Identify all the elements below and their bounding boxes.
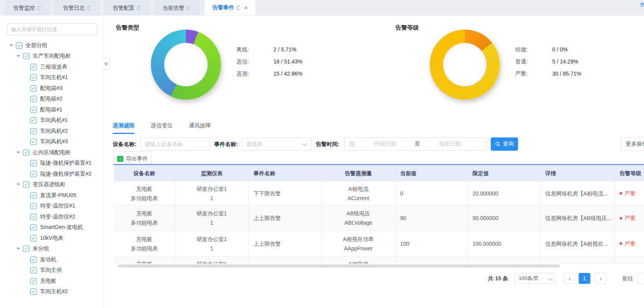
- tab-alarm-events[interactable]: 告警事件 ×: [204, 0, 256, 15]
- tree-item-device[interactable]: ✓直流屏-PMU05: [0, 190, 103, 201]
- event-name-select[interactable]: [242, 137, 312, 151]
- tab-alarm-config[interactable]: 告警配置: [105, 1, 149, 15]
- tree-filter-input[interactable]: [7, 23, 97, 35]
- alarm-time-range-picker[interactable]: 开始日期 至 结束日期: [344, 137, 486, 151]
- refresh-icon[interactable]: [38, 6, 42, 10]
- checkbox-checked[interactable]: ✓: [30, 192, 37, 199]
- checkbox-checked[interactable]: ✓: [30, 160, 37, 166]
- checkbox-checked[interactable]: ✓: [30, 171, 37, 177]
- checkbox-checked[interactable]: ✓: [30, 224, 37, 231]
- close-icon[interactable]: ×: [244, 5, 248, 11]
- tree-item-group[interactable]: ✓生产车间配电柜: [0, 51, 103, 62]
- tree-item-device[interactable]: ✓车间主机#2: [0, 287, 103, 297]
- tree-item-device[interactable]: ✓SmartGen-发电机: [0, 222, 103, 233]
- prev-page-button[interactable]: ‹: [564, 273, 576, 284]
- next-page-button[interactable]: ›: [595, 273, 607, 284]
- tree-item-device[interactable]: ✓配电箱#1: [0, 104, 103, 115]
- page-size-select[interactable]: 100条/页: [514, 273, 555, 284]
- tab-current-alarm[interactable]: 当前告警: [154, 1, 199, 15]
- tree-item-device[interactable]: ✓车间主供: [0, 265, 103, 276]
- tree-item-group[interactable]: ✓未分组: [0, 244, 103, 255]
- checkbox-checked[interactable]: ✓: [30, 235, 37, 241]
- page-size-value: 100条/页: [519, 275, 539, 282]
- tree-item-device[interactable]: ✓车间主机#1: [0, 72, 103, 83]
- col-detail: 详情: [541, 165, 615, 181]
- caret-down-icon[interactable]: [16, 183, 23, 186]
- tree-item-device[interactable]: ✓发动机: [0, 254, 103, 265]
- more-actions-button[interactable]: 更多操作: [621, 137, 644, 151]
- tree-item-group[interactable]: ✓公共区域配电柜: [0, 147, 103, 158]
- checkbox-checked[interactable]: ✓: [23, 53, 29, 59]
- device-name-input[interactable]: [141, 141, 209, 147]
- current-page-button[interactable]: 1: [579, 273, 590, 284]
- checkbox-checked[interactable]: ✓: [23, 150, 29, 156]
- refresh-icon[interactable]: [237, 6, 241, 10]
- tree-item-device[interactable]: ✓特变-温控仪#2: [0, 211, 103, 222]
- tree-item-device[interactable]: ✓车间风机#2: [0, 126, 103, 137]
- tab-alarm-monitor[interactable]: 告警监控: [5, 1, 50, 15]
- start-date-placeholder[interactable]: 开始日期: [374, 141, 396, 148]
- table-row[interactable]: 充电桩多功能电表 研发办公室11 下下限告警 A相电流ACurrent 0 20…: [114, 181, 644, 206]
- tree-item-device[interactable]: ✓充电桩: [0, 276, 103, 287]
- checkbox-checked[interactable]: ✓: [30, 74, 37, 81]
- tree-item-device[interactable]: ✓配电箱#3: [0, 83, 103, 94]
- checkbox-checked[interactable]: ✓: [30, 128, 37, 134]
- tree-item-device[interactable]: ✓特变-温控仪#1: [0, 201, 103, 212]
- checkbox-checked[interactable]: ✓: [30, 214, 37, 220]
- alarm-type-donut-chart[interactable]: [151, 30, 221, 100]
- checkbox-checked[interactable]: ✓: [30, 96, 37, 102]
- checkbox-checked[interactable]: ✓: [30, 139, 37, 145]
- stat-label: 离线:: [236, 46, 273, 53]
- tree-item-device[interactable]: ✓三相谐波表: [0, 62, 103, 72]
- stat-label: 遥测:: [236, 70, 273, 77]
- table-row[interactable]: 充电桩多功能电表 研发办公室11 上上限告警 AB线电压ABLVoltage 9…: [114, 206, 644, 231]
- severity-dot-icon: [620, 192, 622, 195]
- caret-down-icon[interactable]: [16, 248, 23, 250]
- caret-down-icon[interactable]: [16, 55, 23, 57]
- checkbox-checked[interactable]: ✓: [30, 117, 37, 123]
- event-name-select-value[interactable]: [242, 141, 303, 147]
- checkbox-checked[interactable]: ✓: [30, 278, 37, 284]
- checkbox-checked[interactable]: ✓: [16, 42, 22, 49]
- goto-page-input[interactable]: [637, 273, 644, 284]
- tab-comm-fault[interactable]: 通讯故障: [189, 122, 211, 134]
- checkbox-checked[interactable]: ✓: [30, 107, 37, 113]
- refresh-icon[interactable]: [187, 6, 191, 10]
- checkbox-checked[interactable]: ✓: [30, 85, 37, 92]
- tree-item-device[interactable]: ✓瑞捷-微机保护装置#1: [0, 158, 103, 169]
- alarm-level-donut-chart[interactable]: [430, 30, 500, 100]
- checkbox-checked[interactable]: ✓: [30, 289, 37, 295]
- checkbox-checked[interactable]: ✓: [23, 181, 29, 188]
- tab-telesignal-change[interactable]: 遥信变位: [151, 122, 173, 134]
- search-button[interactable]: 查询: [491, 137, 518, 151]
- stat-minor: 轻微: 0 / 0%: [515, 46, 568, 53]
- tree-item-group[interactable]: ✓变压器进线柜: [0, 180, 103, 190]
- event-name-label: 事件名称:: [214, 137, 238, 151]
- sidebar-collapse-handle[interactable]: [102, 58, 110, 70]
- donut-hole: [164, 43, 208, 86]
- caret-down-icon[interactable]: [9, 44, 16, 47]
- horizontal-scrollbar[interactable]: [118, 264, 560, 268]
- tree-item-device[interactable]: ✓瑞捷-微机保护装置#2: [0, 169, 103, 180]
- tree-item-group[interactable]: ✓全部分组: [0, 40, 103, 51]
- checkbox-checked[interactable]: ✓: [30, 267, 37, 273]
- table-row-clipped[interactable]: 充电桩多功能电表 研发办公室11 上上限告警 A相电流ACurrent 严重: [114, 257, 644, 264]
- tree-item-device[interactable]: ✓车间风机#3: [0, 137, 103, 148]
- event-type-tabs: 遥测越限 遥信变位 通讯故障: [113, 122, 226, 134]
- refresh-icon[interactable]: [137, 6, 141, 10]
- checkbox-checked[interactable]: ✓: [23, 246, 29, 252]
- tree-item-device[interactable]: ✓车间风机#1: [0, 115, 103, 126]
- tree-item-device[interactable]: ✓配电箱#2: [0, 94, 103, 105]
- checkbox-checked[interactable]: ✓: [30, 257, 37, 263]
- caret-down-icon[interactable]: [16, 151, 23, 154]
- more-actions-label: 更多操作: [626, 141, 644, 148]
- refresh-icon[interactable]: [88, 6, 91, 10]
- table-row[interactable]: 充电桩多功能电表 研发办公室11 上上限告警 A相视在功率AAppPower 1…: [114, 231, 644, 257]
- checkbox-checked[interactable]: ✓: [30, 203, 37, 209]
- checkbox-checked[interactable]: ✓: [30, 64, 37, 70]
- tab-alarm-log[interactable]: 告警日志: [55, 1, 100, 15]
- end-date-placeholder[interactable]: 结束日期: [439, 141, 461, 148]
- tab-telemetry-overlimit[interactable]: 遥测越限: [113, 122, 135, 134]
- col-alarm-level: 告警等级: [615, 165, 644, 181]
- tree-item-device[interactable]: ✓10kV电表: [0, 233, 103, 244]
